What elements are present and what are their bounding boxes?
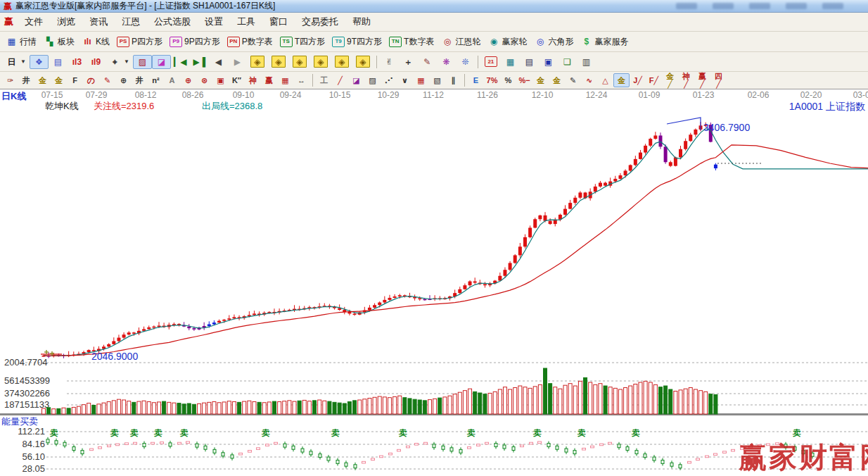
k-mark-tool[interactable]: K″ [229, 73, 245, 87]
gann-diamond-5[interactable]: ◈ [331, 54, 352, 69]
sectors-button[interactable]: ▚板块 [40, 35, 78, 49]
shen-tool[interactable]: 神 [245, 73, 261, 87]
gold-circle-tool[interactable]: 金 [532, 73, 549, 87]
ruler-grid-tool[interactable]: 井 [132, 73, 148, 87]
period-day-dropdown[interactable]: 日▼ [2, 55, 30, 69]
ornament-button[interactable]: ❋ [437, 55, 456, 69]
last-bar-button[interactable]: ▶▐ [190, 55, 209, 69]
menu-news[interactable]: 资讯 [82, 14, 115, 30]
shen-angle-tool[interactable]: 神╱ [678, 73, 694, 87]
span-tool[interactable]: ↔ [293, 73, 309, 87]
chart-3-button[interactable]: ıl3 [68, 55, 87, 69]
titlebar: 赢 赢家江恩专业版[赢家内部服务平台] - [上证指数 SH1A0001-167… [0, 0, 868, 13]
save-button[interactable]: ▣ [539, 55, 558, 69]
percent-line-tool[interactable]: %− [516, 73, 532, 87]
calculator-button[interactable]: ▦ [501, 55, 520, 69]
ying-angle-tool[interactable]: 赢╱ [694, 73, 710, 87]
calendar-button[interactable]: 21 [481, 55, 501, 68]
v-line-tool[interactable]: ∨ [397, 73, 413, 87]
circle-rule-tool[interactable]: ⊕ [115, 73, 132, 87]
t-square-button[interactable]: TST四方形 [276, 35, 328, 49]
annotate-button[interactable]: ✎ [418, 55, 437, 69]
grid-arrow-tool[interactable]: ▧ [429, 73, 445, 87]
gann-diamond-4[interactable]: ◈ [310, 54, 331, 69]
percent-tool[interactable]: % [500, 73, 516, 87]
gold-angle-sel-tool[interactable]: 金 [613, 73, 630, 87]
pattern-button[interactable]: ❊ [456, 55, 475, 69]
shade-box-tool[interactable]: ▨ [364, 73, 381, 87]
winner-service-button[interactable]: $赢家服务 [577, 35, 632, 49]
menu-formula-pick[interactable]: 公式选股 [147, 14, 198, 30]
star-tool[interactable]: ⊛ [196, 73, 212, 87]
p-square-button[interactable]: PSP四方形 [113, 35, 166, 49]
grid123-tool[interactable]: ▦ [277, 73, 293, 87]
9p-square-button[interactable]: P99P四方形 [166, 35, 224, 49]
p-table-button[interactable]: PNP数字表 [224, 35, 276, 49]
angle-brush-tool[interactable]: ✎ [99, 73, 115, 87]
menu-gann[interactable]: 江恩 [115, 14, 147, 30]
fan-box-tool[interactable]: ◪ [348, 73, 364, 87]
gann-diamond-6[interactable]: ◈ [352, 54, 374, 69]
kline-button[interactable]: ılıK线 [78, 35, 113, 49]
gold-angle-tool[interactable]: 金╱ [662, 73, 678, 87]
gann-diamond-3[interactable]: ◈ [289, 54, 310, 69]
multi-line-tool[interactable]: ⋰ [381, 73, 397, 87]
t-table-button[interactable]: TNT数字表 [385, 35, 438, 49]
gann-wheel-button[interactable]: ◎江恩轮 [438, 35, 484, 49]
9t-square-button[interactable]: T99T四方形 [328, 35, 385, 49]
menu-window[interactable]: 窗口 [262, 14, 295, 30]
pattern-window-button[interactable]: ❖ [30, 55, 49, 69]
prev-bar-button[interactable]: ◀ [209, 55, 228, 69]
notes-button[interactable]: ▤ [520, 55, 539, 69]
crosshair-button[interactable]: ＋ [399, 55, 418, 69]
fan-red-tool[interactable]: ╱ [332, 73, 348, 87]
grid-tool[interactable]: 井 [18, 73, 34, 87]
pin-dropdown[interactable]: ⌖▼ [106, 55, 133, 69]
svg-text:11-12: 11-12 [423, 90, 444, 100]
menu-file[interactable]: 文件 [18, 14, 50, 30]
box-tool[interactable]: ▣ [212, 73, 229, 87]
spiral-tool[interactable]: の [83, 73, 99, 87]
pan-hand-button[interactable]: ✌ [380, 55, 399, 69]
winner-wheel-button[interactable]: ◉赢家轮 [484, 35, 530, 49]
svg-text:09-10: 09-10 [233, 90, 255, 100]
gold-grid9-tool[interactable]: 金 [51, 73, 67, 87]
f-grid-tool[interactable]: F [67, 73, 83, 87]
menu-help[interactable]: 帮助 [345, 14, 378, 30]
svg-text:日K线: 日K线 [1, 91, 26, 101]
pivot-pen-tool[interactable]: ✎ [565, 73, 581, 87]
gann-diamond-1[interactable]: ◈ [247, 54, 268, 69]
tsquare-tool[interactable]: 工 [316, 73, 332, 87]
gold-grid-tool[interactable]: 金 [34, 73, 51, 87]
chart-9-button[interactable]: ıl9 [87, 55, 106, 69]
scale-tool[interactable]: E [468, 73, 484, 87]
red-grid-tool[interactable]: ▦ [413, 73, 429, 87]
market-button[interactable]: ▦行情 [2, 35, 40, 49]
parallel-lines-tool[interactable]: ∥ [445, 73, 461, 87]
gann-diamond-2[interactable]: ◈ [268, 54, 289, 69]
print-button[interactable]: ▥ [577, 55, 596, 69]
triangle-tool[interactable]: △ [597, 73, 613, 87]
menu-settings[interactable]: 设置 [198, 14, 230, 30]
square-of-nine-tool[interactable]: n² [148, 73, 164, 87]
color-flag-button[interactable]: ◪ [152, 55, 171, 69]
four-angle-tool[interactable]: 四╱ [710, 73, 727, 87]
first-bar-button[interactable]: ▎◀ [171, 55, 190, 69]
hexagon-button[interactable]: ◎六角形 [530, 35, 577, 49]
j-angle-tool[interactable]: J╱ [630, 73, 646, 87]
menu-browse[interactable]: 浏览 [50, 14, 82, 30]
brush-tool[interactable]: ✑ [2, 73, 18, 87]
web-export-button[interactable]: ❏ [558, 55, 577, 69]
percent7-tool[interactable]: 7% [484, 73, 500, 87]
menu-tools[interactable]: 工具 [230, 14, 262, 30]
marker-button[interactable]: ▨ [133, 55, 152, 69]
info-panel-button[interactable]: ▤ [49, 55, 68, 69]
wave-tool[interactable]: ∿ [581, 73, 597, 87]
menu-trade[interactable]: 交易委托 [295, 14, 345, 30]
gold-line-tool[interactable]: 金 [549, 73, 565, 87]
fan-a-tool[interactable]: A [164, 73, 180, 87]
next-bar-button[interactable]: ▶ [228, 55, 247, 69]
ying-tool[interactable]: 赢 [261, 73, 277, 87]
target-tool[interactable]: ⊕ [180, 73, 196, 87]
f-angle-tool[interactable]: F╱ [646, 73, 662, 87]
